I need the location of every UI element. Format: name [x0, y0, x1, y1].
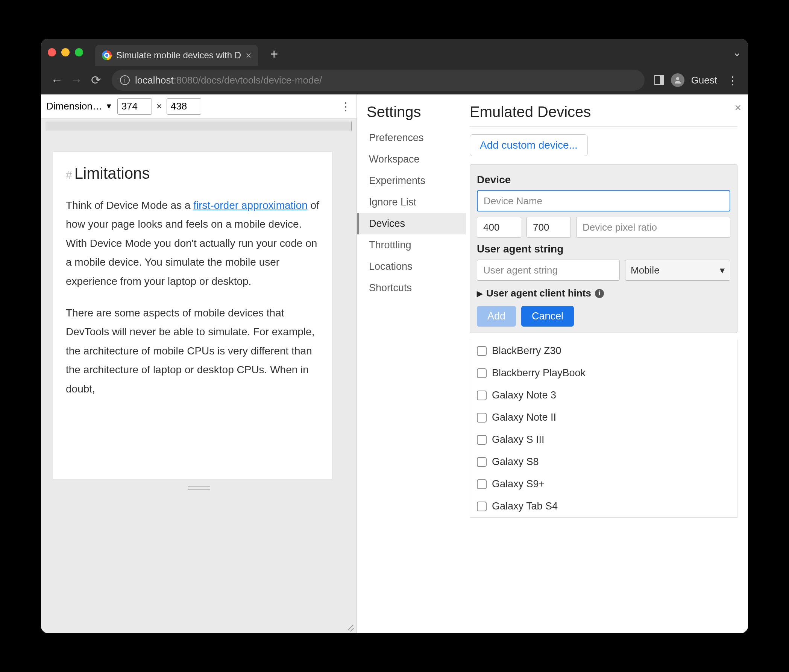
new-tab-button[interactable]: +	[270, 46, 278, 62]
tab-title: Simulate mobile devices with D	[116, 50, 241, 61]
device-pixel-ratio-input[interactable]	[576, 217, 730, 238]
maximize-window-icon[interactable]	[75, 48, 83, 56]
reload-button[interactable]: ⟳	[87, 71, 105, 89]
add-custom-device-button[interactable]: Add custom device...	[470, 134, 588, 156]
chevron-down-icon: ▾	[720, 264, 725, 276]
first-order-approximation-link[interactable]: first-order approximation	[193, 199, 307, 211]
hash-icon: #	[66, 168, 72, 181]
checkbox-icon[interactable]	[477, 368, 487, 378]
titlebar: Simulate mobile devices with D × + ⌄	[41, 39, 748, 66]
content-area: Dimension… ▼ × ⋮ #Limitations Think of D…	[41, 94, 748, 633]
device-mode-pane: Dimension… ▼ × ⋮ #Limitations Think of D…	[41, 94, 357, 633]
cancel-button[interactable]: Cancel	[521, 306, 574, 326]
svg-point-0	[676, 77, 679, 80]
device-width-input[interactable]	[477, 217, 521, 238]
device-list-item[interactable]: Galaxy S9+	[470, 473, 737, 495]
device-list: BlackBerry Z30Blackberry PlayBookGalaxy …	[470, 340, 738, 518]
url-port: :8080	[174, 75, 198, 86]
device-list-item-label: BlackBerry Z30	[492, 345, 561, 357]
height-input[interactable]	[167, 98, 201, 115]
forward-button[interactable]: →	[67, 71, 85, 89]
device-form: Device User agent string Mobile ▾	[470, 165, 738, 333]
device-list-item-label: Galaxy S9+	[492, 478, 545, 490]
device-list-item-label: Galaxy S III	[492, 434, 545, 445]
checkbox-icon[interactable]	[477, 457, 487, 467]
device-list-item-label: Blackberry PlayBook	[492, 367, 586, 379]
width-input[interactable]	[117, 98, 152, 115]
back-button[interactable]: ←	[48, 71, 66, 89]
article-heading: #Limitations	[66, 165, 319, 182]
user-agent-input[interactable]	[477, 260, 620, 281]
device-list-item[interactable]: Galaxy Tab S4	[470, 495, 737, 517]
user-agent-type-value: Mobile	[631, 264, 660, 276]
browser-tab[interactable]: Simulate mobile devices with D ×	[95, 45, 258, 66]
article-paragraph-1: Think of Device Mode as a first-order ap…	[66, 196, 319, 291]
device-list-item[interactable]: Galaxy Note II	[470, 406, 737, 429]
resize-handle-corner-icon[interactable]	[345, 621, 353, 630]
browser-menu-icon[interactable]: ⋮	[724, 74, 741, 87]
checkbox-icon[interactable]	[477, 435, 487, 445]
url-text: localhost:8080/docs/devtools/device-mode…	[135, 75, 322, 86]
device-list-item[interactable]: Galaxy S III	[470, 429, 737, 451]
toolbar: ← → ⟳ i localhost:8080/docs/devtools/dev…	[41, 66, 748, 94]
device-list-item-label: Galaxy Note II	[492, 412, 556, 423]
add-button[interactable]: Add	[477, 306, 516, 326]
browser-window: Simulate mobile devices with D × + ⌄ ← →…	[41, 39, 748, 633]
device-list-item[interactable]: Galaxy S8	[470, 451, 737, 473]
minimize-window-icon[interactable]	[61, 48, 70, 56]
settings-item-experiments[interactable]: Experiments	[362, 170, 466, 192]
settings-body: × Emulated Devices Add custom device... …	[466, 94, 748, 633]
profile-label: Guest	[691, 75, 717, 86]
settings-item-ignore-list[interactable]: Ignore List	[362, 192, 466, 213]
checkbox-icon[interactable]	[477, 502, 487, 511]
url-path: /docs/devtools/device-mode/	[198, 75, 322, 86]
device-label: Device	[477, 174, 730, 186]
ruler-horizontal	[46, 122, 352, 131]
emulated-viewport[interactable]: #Limitations Think of Device Mode as a f…	[53, 152, 332, 479]
checkbox-icon[interactable]	[477, 479, 487, 489]
info-icon[interactable]: i	[595, 289, 604, 298]
device-toolbar: Dimension… ▼ × ⋮	[41, 94, 356, 118]
settings-item-locations[interactable]: Locations	[362, 256, 466, 277]
caret-down-icon: ▼	[105, 102, 113, 110]
device-list-item[interactable]: Galaxy Note 3	[470, 384, 737, 406]
checkbox-icon[interactable]	[477, 346, 487, 356]
profile-avatar-icon[interactable]	[671, 74, 684, 87]
page-content: #Limitations Think of Device Mode as a f…	[66, 165, 319, 398]
settings-item-preferences[interactable]: Preferences	[362, 127, 466, 149]
device-more-menu-icon[interactable]: ⋮	[340, 100, 351, 113]
resize-handle-bottom[interactable]	[53, 483, 345, 493]
close-window-icon[interactable]	[48, 48, 56, 56]
settings-item-devices[interactable]: Devices	[357, 213, 466, 234]
settings-item-shortcuts[interactable]: Shortcuts	[362, 277, 466, 299]
device-height-input[interactable]	[527, 217, 571, 238]
close-tab-icon[interactable]: ×	[246, 50, 251, 61]
article-paragraph-2: There are some aspects of mobile devices…	[66, 304, 319, 398]
settings-item-workspace[interactable]: Workspace	[362, 149, 466, 170]
window-controls	[48, 48, 83, 56]
chrome-favicon-icon	[102, 50, 112, 60]
device-list-item-label: Galaxy S8	[492, 456, 539, 468]
viewport-container: #Limitations Think of Device Mode as a f…	[41, 118, 356, 633]
device-list-item[interactable]: BlackBerry Z30	[470, 340, 737, 362]
times-separator: ×	[157, 101, 162, 112]
dimensions-label: Dimension…	[46, 101, 102, 112]
device-name-input[interactable]	[477, 190, 730, 211]
settings-sidebar: Settings PreferencesWorkspaceExperiments…	[357, 94, 466, 633]
devtools-settings: Settings PreferencesWorkspaceExperiments…	[357, 94, 748, 633]
address-bar[interactable]: i localhost:8080/docs/devtools/device-mo…	[112, 70, 645, 91]
ua-client-hints-row[interactable]: ▶ User agent client hints i	[477, 288, 730, 299]
device-list-item[interactable]: Blackberry PlayBook	[470, 362, 737, 384]
tabs-expand-icon[interactable]: ⌄	[733, 46, 741, 59]
side-panel-icon[interactable]	[654, 75, 664, 85]
dimensions-dropdown[interactable]: Dimension… ▼	[46, 101, 113, 112]
user-agent-type-select[interactable]: Mobile ▾	[625, 260, 730, 281]
settings-item-throttling[interactable]: Throttling	[362, 234, 466, 256]
disclosure-triangle-icon: ▶	[477, 289, 482, 298]
url-host: localhost	[135, 75, 174, 86]
site-info-icon[interactable]: i	[120, 75, 130, 85]
checkbox-icon[interactable]	[477, 413, 487, 422]
emulated-devices-title: Emulated Devices	[470, 104, 738, 127]
checkbox-icon[interactable]	[477, 390, 487, 400]
close-settings-icon[interactable]: ×	[735, 101, 741, 114]
